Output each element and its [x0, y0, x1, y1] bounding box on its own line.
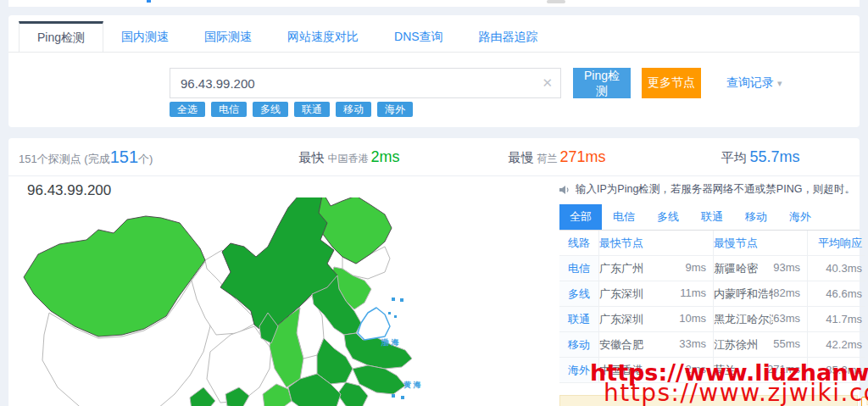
query-card: Ping检测 国内测速 国际测速 网站速度对比 DNS查询 路由器追踪 ✕ Pi… — [8, 15, 860, 127]
average-value: 55.7ms — [749, 148, 799, 165]
tab-traceroute[interactable]: 路由器追踪 — [461, 21, 556, 52]
top-edge-strip — [8, 0, 860, 7]
slow-ms: 93ms — [773, 261, 800, 276]
ping-notice: 输入IP为Ping检测，若服务器网络不通或禁PING，则超时。 — [559, 182, 860, 197]
tab-site-speed-compare[interactable]: 网站速度对比 — [270, 21, 376, 52]
slow-node: 江苏徐州 — [714, 337, 758, 353]
query-history-label: 查询记录 — [726, 75, 774, 89]
result-tabbar: 全部 电信 多线 联通 移动 海外 — [559, 204, 860, 231]
header-slowest-node: 最慢节点 — [714, 231, 808, 256]
line-filter-chips: 全选 电信 多线 联通 移动 海外 — [170, 102, 413, 117]
fast-node: 广东深圳 — [599, 312, 643, 327]
watermark-line2: https://www.zjwiki.com — [604, 379, 868, 406]
slow-ms: 82ms — [773, 286, 800, 302]
fastest-node: 中国香港 — [327, 153, 368, 164]
fast-ms: 9ms — [685, 261, 706, 276]
row-line: 多线 — [559, 281, 599, 307]
china-latency-map: 渤 海 黄 海 — [8, 197, 568, 406]
row-fastest: 广东深圳11ms — [599, 281, 714, 307]
province-shandong[interactable] — [344, 333, 412, 369]
slowest-value: 271ms — [559, 148, 605, 165]
row-slowest: 内蒙呼和浩特82ms — [714, 281, 808, 307]
table-row[interactable]: 移动 安徽合肥33ms 江苏徐州55ms 42.2ms — [559, 332, 865, 358]
row-fastest: 安徽合肥33ms — [599, 332, 714, 358]
slowest-node: 荷兰 — [537, 153, 557, 164]
fastest-stat: 最快中国香港2ms — [248, 148, 451, 166]
probe-suffix: 个) — [138, 153, 153, 165]
tab-domestic-speed[interactable]: 国内测速 — [103, 21, 186, 52]
slow-node: 内蒙呼和浩特 — [714, 286, 773, 302]
probe-count-text: 151个探测点 (完成151个) — [8, 147, 248, 167]
fast-ms: 10ms — [679, 312, 706, 327]
tab-international-speed[interactable]: 国际测速 — [186, 21, 270, 52]
average-label: 平均 — [721, 150, 746, 164]
filter-all[interactable]: 全选 — [170, 102, 205, 117]
row-average: 46.6ms — [808, 281, 866, 307]
row-average: 40.3ms — [808, 256, 866, 281]
result-tab-overseas[interactable]: 海外 — [778, 204, 822, 230]
probe-prefix: 151个探测点 (完成 — [19, 153, 110, 165]
result-tab-all[interactable]: 全部 — [559, 204, 602, 230]
fastest-value: 2ms — [370, 148, 399, 165]
result-tab-telecom[interactable]: 电信 — [602, 204, 646, 230]
slowest-label: 最慢 — [508, 150, 533, 164]
fast-node: 安徽合肥 — [599, 337, 643, 353]
slow-ms: 63ms — [773, 312, 800, 327]
query-history-link[interactable]: 查询记录 ▾ — [726, 75, 782, 91]
fast-ms: 11ms — [680, 286, 706, 302]
tab-ping[interactable]: Ping检测 — [19, 21, 103, 52]
row-slowest: 江苏徐州55ms — [714, 332, 808, 358]
row-average: 41.7ms — [808, 307, 866, 332]
row-line: 电信 — [559, 256, 599, 281]
search-row: ✕ Ping检测 更多节点 查询记录 ▾ — [170, 68, 782, 98]
slowest-stat: 最慢荷兰271ms — [451, 148, 663, 166]
filter-unicom[interactable]: 联通 — [294, 102, 330, 117]
fast-node: 广东深圳 — [599, 286, 643, 302]
ping-notice-text: 输入IP为Ping检测，若服务器网络不通或禁PING，则超时。 — [576, 182, 855, 197]
slow-node: 新疆哈密 — [714, 261, 758, 276]
fast-ms: 33ms — [679, 337, 706, 353]
top-cropped-element — [147, 0, 151, 3]
header-average: 平均响应 — [808, 231, 866, 256]
filter-mobile[interactable]: 移动 — [336, 102, 371, 117]
filter-telecom[interactable]: 电信 — [211, 102, 247, 117]
bohai-bay — [358, 308, 390, 340]
header-line: 线路 — [559, 231, 599, 256]
ip-input[interactable] — [170, 68, 561, 98]
fast-node: 广东广州 — [599, 261, 643, 276]
sea-label-huanghai: 黄 海 — [403, 381, 421, 389]
sea-label-bohai: 渤 海 — [381, 338, 399, 347]
row-fastest: 广东广州9ms — [599, 256, 714, 281]
main-tabbar: Ping检测 国内测速 国际测速 网站速度对比 DNS查询 路由器追踪 — [8, 21, 860, 53]
map-ip-title: 96.43.99.200 — [27, 182, 111, 199]
clear-input-icon[interactable]: ✕ — [542, 75, 553, 91]
result-tab-unicom[interactable]: 联通 — [690, 204, 734, 230]
ping-check-button[interactable]: Ping检测 — [573, 68, 631, 98]
table-row[interactable]: 多线 广东深圳11ms 内蒙呼和浩特82ms 46.6ms — [559, 281, 865, 307]
row-fastest: 广东深圳10ms — [599, 307, 714, 332]
probe-count: 151 — [110, 147, 138, 166]
row-line: 移动 — [559, 332, 599, 358]
tab-dns-lookup[interactable]: DNS查询 — [376, 21, 461, 52]
row-line: 联通 — [559, 307, 599, 332]
filter-overseas[interactable]: 海外 — [377, 102, 413, 117]
table-row[interactable]: 联通 广东深圳10ms 黑龙江哈尔滨63ms 41.7ms — [559, 307, 865, 332]
row-average: 42.2ms — [808, 332, 866, 358]
fastest-label: 最快 — [298, 150, 324, 164]
average-stat: 平均55.7ms — [663, 148, 858, 166]
filter-multiline[interactable]: 多线 — [253, 102, 288, 117]
province-yunnan[interactable] — [190, 387, 215, 406]
summary-bar: 151个探测点 (完成151个) 最快中国香港2ms 最慢荷兰271ms 平均5… — [8, 138, 860, 176]
search-box: ✕ — [170, 68, 561, 98]
result-tab-mobile[interactable]: 移动 — [734, 204, 778, 230]
more-nodes-button[interactable]: 更多节点 — [642, 68, 701, 98]
chevron-down-icon: ▾ — [777, 78, 782, 88]
row-slowest: 新疆哈密93ms — [714, 256, 808, 281]
speaker-icon — [559, 185, 570, 195]
table-header-row: 线路 最快节点 最慢节点 平均响应 — [559, 231, 865, 256]
table-row[interactable]: 电信 广东广州9ms 新疆哈密93ms 40.3ms — [559, 256, 865, 281]
top-scroll-handle — [547, 0, 565, 3]
results-panel: 输入IP为Ping检测，若服务器网络不通或禁PING，则超时。 全部 电信 多线… — [559, 182, 860, 383]
header-fastest-node: 最快节点 — [599, 231, 714, 256]
result-tab-multiline[interactable]: 多线 — [646, 204, 690, 230]
